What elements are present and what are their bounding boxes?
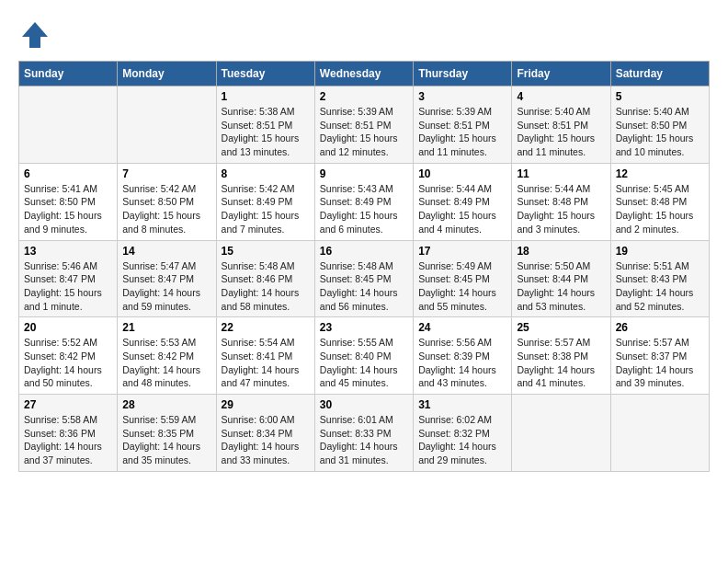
calendar-cell: 19Sunrise: 5:51 AM Sunset: 8:43 PM Dayli… <box>610 240 709 317</box>
day-info: Sunrise: 5:41 AM Sunset: 8:50 PM Dayligh… <box>24 182 112 236</box>
calendar-cell: 20Sunrise: 5:52 AM Sunset: 8:42 PM Dayli… <box>19 317 118 395</box>
day-info: Sunrise: 6:00 AM Sunset: 8:34 PM Dayligh… <box>222 413 310 467</box>
day-number: 27 <box>24 398 112 411</box>
calendar-cell <box>512 395 610 472</box>
day-number: 23 <box>320 321 408 334</box>
day-info: Sunrise: 5:47 AM Sunset: 8:47 PM Dayligh… <box>122 259 210 314</box>
week-row: 13Sunrise: 5:46 AM Sunset: 8:47 PM Dayli… <box>19 240 710 317</box>
day-info: Sunrise: 5:38 AM Sunset: 8:51 PM Dayligh… <box>222 105 310 159</box>
day-number: 31 <box>418 398 506 411</box>
day-info: Sunrise: 6:02 AM Sunset: 8:32 PM Dayligh… <box>418 413 506 467</box>
day-number: 3 <box>418 90 506 103</box>
calendar-cell: 23Sunrise: 5:55 AM Sunset: 8:40 PM Dayli… <box>314 317 413 395</box>
day-number: 19 <box>616 245 704 258</box>
day-number: 4 <box>517 90 605 103</box>
calendar-cell: 1Sunrise: 5:38 AM Sunset: 8:51 PM Daylig… <box>216 86 314 164</box>
calendar-cell: 15Sunrise: 5:48 AM Sunset: 8:46 PM Dayli… <box>216 240 314 317</box>
calendar-cell: 13Sunrise: 5:46 AM Sunset: 8:47 PM Dayli… <box>19 240 118 317</box>
calendar-cell: 17Sunrise: 5:49 AM Sunset: 8:45 PM Dayli… <box>414 240 512 317</box>
day-info: Sunrise: 5:44 AM Sunset: 8:49 PM Dayligh… <box>418 182 506 236</box>
day-number: 22 <box>222 321 310 334</box>
day-info: Sunrise: 5:53 AM Sunset: 8:42 PM Dayligh… <box>122 336 210 390</box>
day-number: 7 <box>122 167 210 180</box>
calendar-cell: 7Sunrise: 5:42 AM Sunset: 8:50 PM Daylig… <box>118 163 216 240</box>
day-number: 2 <box>320 90 408 103</box>
day-number: 21 <box>122 321 210 334</box>
calendar-cell: 30Sunrise: 6:01 AM Sunset: 8:33 PM Dayli… <box>314 395 413 472</box>
calendar-table: SundayMondayTuesdayWednesdayThursdayFrid… <box>18 61 710 472</box>
day-number: 17 <box>418 245 506 258</box>
day-info: Sunrise: 5:40 AM Sunset: 8:50 PM Dayligh… <box>616 105 704 159</box>
day-info: Sunrise: 5:44 AM Sunset: 8:48 PM Dayligh… <box>517 182 605 236</box>
calendar-cell: 6Sunrise: 5:41 AM Sunset: 8:50 PM Daylig… <box>19 163 118 240</box>
calendar-cell: 10Sunrise: 5:44 AM Sunset: 8:49 PM Dayli… <box>414 163 512 240</box>
day-info: Sunrise: 5:46 AM Sunset: 8:47 PM Dayligh… <box>24 259 112 314</box>
column-header-tuesday: Tuesday <box>216 62 314 86</box>
calendar-cell: 5Sunrise: 5:40 AM Sunset: 8:50 PM Daylig… <box>610 86 709 164</box>
day-info: Sunrise: 5:45 AM Sunset: 8:48 PM Dayligh… <box>616 182 704 236</box>
logo <box>18 18 57 52</box>
day-info: Sunrise: 5:40 AM Sunset: 8:51 PM Dayligh… <box>517 105 605 159</box>
calendar-cell: 8Sunrise: 5:42 AM Sunset: 8:49 PM Daylig… <box>216 163 314 240</box>
day-info: Sunrise: 5:55 AM Sunset: 8:40 PM Dayligh… <box>320 336 408 390</box>
day-number: 25 <box>517 321 605 334</box>
week-row: 1Sunrise: 5:38 AM Sunset: 8:51 PM Daylig… <box>19 86 710 164</box>
page-header <box>18 18 710 52</box>
calendar-cell <box>610 395 709 472</box>
day-info: Sunrise: 5:42 AM Sunset: 8:50 PM Dayligh… <box>122 182 210 236</box>
calendar-cell: 16Sunrise: 5:48 AM Sunset: 8:45 PM Dayli… <box>314 240 413 317</box>
calendar-cell <box>19 86 118 164</box>
day-number: 1 <box>222 90 310 103</box>
day-info: Sunrise: 5:48 AM Sunset: 8:46 PM Dayligh… <box>222 259 310 314</box>
day-info: Sunrise: 6:01 AM Sunset: 8:33 PM Dayligh… <box>320 413 408 467</box>
column-header-friday: Friday <box>512 62 610 86</box>
day-number: 13 <box>24 245 112 258</box>
calendar-cell: 29Sunrise: 6:00 AM Sunset: 8:34 PM Dayli… <box>216 395 314 472</box>
day-info: Sunrise: 5:57 AM Sunset: 8:37 PM Dayligh… <box>616 336 704 390</box>
day-info: Sunrise: 5:52 AM Sunset: 8:42 PM Dayligh… <box>24 336 112 390</box>
day-info: Sunrise: 5:57 AM Sunset: 8:38 PM Dayligh… <box>517 336 605 390</box>
day-info: Sunrise: 5:48 AM Sunset: 8:45 PM Dayligh… <box>320 259 408 314</box>
day-info: Sunrise: 5:39 AM Sunset: 8:51 PM Dayligh… <box>320 105 408 159</box>
column-header-thursday: Thursday <box>414 62 512 86</box>
calendar-cell: 31Sunrise: 6:02 AM Sunset: 8:32 PM Dayli… <box>414 395 512 472</box>
day-info: Sunrise: 5:58 AM Sunset: 8:36 PM Dayligh… <box>24 413 112 467</box>
day-info: Sunrise: 5:39 AM Sunset: 8:51 PM Dayligh… <box>418 105 506 159</box>
calendar-cell: 18Sunrise: 5:50 AM Sunset: 8:44 PM Dayli… <box>512 240 610 317</box>
day-info: Sunrise: 5:43 AM Sunset: 8:49 PM Dayligh… <box>320 182 408 236</box>
day-number: 15 <box>222 245 310 258</box>
day-info: Sunrise: 5:50 AM Sunset: 8:44 PM Dayligh… <box>517 259 605 314</box>
day-number: 24 <box>418 321 506 334</box>
calendar-cell: 3Sunrise: 5:39 AM Sunset: 8:51 PM Daylig… <box>414 86 512 164</box>
header-row: SundayMondayTuesdayWednesdayThursdayFrid… <box>19 62 710 86</box>
day-info: Sunrise: 5:59 AM Sunset: 8:35 PM Dayligh… <box>122 413 210 467</box>
calendar-cell: 26Sunrise: 5:57 AM Sunset: 8:37 PM Dayli… <box>610 317 709 395</box>
calendar-cell: 24Sunrise: 5:56 AM Sunset: 8:39 PM Dayli… <box>414 317 512 395</box>
column-header-wednesday: Wednesday <box>314 62 413 86</box>
day-number: 11 <box>517 167 605 180</box>
day-number: 18 <box>517 245 605 258</box>
calendar-cell: 11Sunrise: 5:44 AM Sunset: 8:48 PM Dayli… <box>512 163 610 240</box>
day-number: 5 <box>616 90 704 103</box>
calendar-cell <box>118 86 216 164</box>
day-number: 14 <box>122 245 210 258</box>
calendar-cell: 28Sunrise: 5:59 AM Sunset: 8:35 PM Dayli… <box>118 395 216 472</box>
column-header-saturday: Saturday <box>610 62 709 86</box>
day-number: 9 <box>320 167 408 180</box>
calendar-cell: 27Sunrise: 5:58 AM Sunset: 8:36 PM Dayli… <box>19 395 118 472</box>
day-info: Sunrise: 5:54 AM Sunset: 8:41 PM Dayligh… <box>222 336 310 390</box>
calendar-cell: 9Sunrise: 5:43 AM Sunset: 8:49 PM Daylig… <box>314 163 413 240</box>
week-row: 27Sunrise: 5:58 AM Sunset: 8:36 PM Dayli… <box>19 395 710 472</box>
day-number: 16 <box>320 245 408 258</box>
day-number: 12 <box>616 167 704 180</box>
column-header-monday: Monday <box>118 62 216 86</box>
day-info: Sunrise: 5:42 AM Sunset: 8:49 PM Dayligh… <box>222 182 310 236</box>
day-info: Sunrise: 5:56 AM Sunset: 8:39 PM Dayligh… <box>418 336 506 390</box>
day-number: 8 <box>222 167 310 180</box>
day-number: 30 <box>320 398 408 411</box>
day-info: Sunrise: 5:51 AM Sunset: 8:43 PM Dayligh… <box>616 259 704 314</box>
calendar-cell: 25Sunrise: 5:57 AM Sunset: 8:38 PM Dayli… <box>512 317 610 395</box>
calendar-cell: 22Sunrise: 5:54 AM Sunset: 8:41 PM Dayli… <box>216 317 314 395</box>
week-row: 20Sunrise: 5:52 AM Sunset: 8:42 PM Dayli… <box>19 317 710 395</box>
calendar-cell: 2Sunrise: 5:39 AM Sunset: 8:51 PM Daylig… <box>314 86 413 164</box>
